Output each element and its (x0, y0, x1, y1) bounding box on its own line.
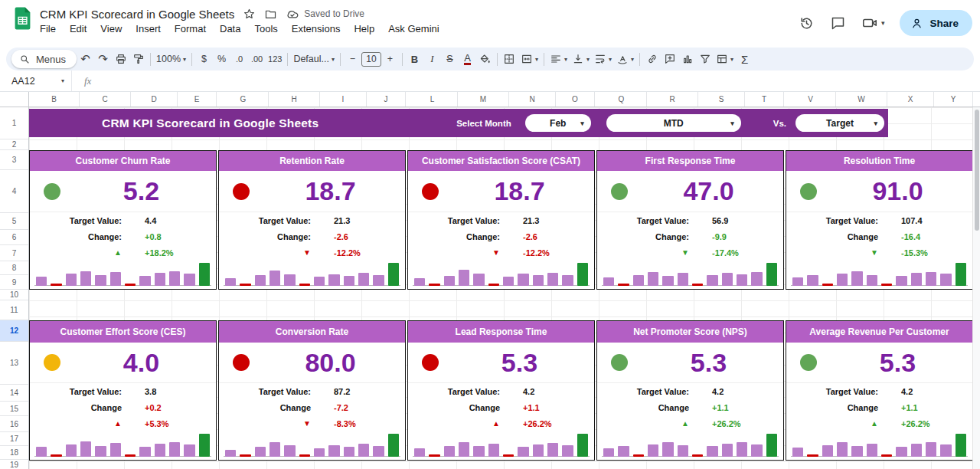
menu-data[interactable]: Data (214, 21, 247, 36)
menus-search-button[interactable]: Menus (11, 50, 77, 68)
kpi-card[interactable]: Customer Effort Score (CES)4.0Target Val… (29, 320, 217, 461)
row-header-8[interactable]: 8 (0, 261, 28, 275)
font-select[interactable]: Defaul... ▾ (291, 50, 337, 68)
italic-button[interactable]: I (423, 50, 441, 68)
row-header-12[interactable]: 12 (0, 320, 28, 342)
kpi-card[interactable]: Resolution Time91.0Target Value:107.4Cha… (786, 150, 973, 290)
doc-title[interactable]: CRM KPI Scorecard in Google Sheets (40, 8, 234, 21)
format-percent-button[interactable]: % (213, 50, 230, 68)
column-header-Q[interactable]: Q (596, 92, 647, 107)
column-header-S[interactable]: S (698, 92, 745, 107)
name-box[interactable]: AA12 ▾ (0, 71, 72, 91)
strikethrough-button[interactable]: S (441, 50, 459, 68)
vertical-align-button[interactable]: ▾ (570, 50, 592, 68)
horizontal-align-button[interactable]: ▾ (547, 50, 570, 68)
row-header-14[interactable]: 14 (0, 385, 28, 402)
column-header-B[interactable]: B (29, 92, 80, 107)
bold-button[interactable]: B (406, 50, 423, 68)
row-header-19[interactable]: 19 (0, 460, 28, 469)
scrollbar-thumb[interactable] (975, 110, 979, 231)
kpi-card[interactable]: Net Promoter Score (NPS)5.3Target Value:… (596, 320, 784, 461)
meet-button[interactable]: ▾ (861, 15, 885, 31)
row-header-2[interactable]: 2 (0, 139, 28, 150)
vertical-scrollbar[interactable] (972, 107, 980, 469)
move-folder-icon[interactable] (264, 8, 277, 21)
column-header-C[interactable]: C (80, 92, 131, 107)
print-button[interactable] (112, 50, 129, 68)
column-header-Y[interactable]: Y (934, 92, 973, 107)
font-size-input[interactable]: 10 (361, 52, 381, 67)
star-icon[interactable] (243, 8, 256, 21)
menu-file[interactable]: File (34, 21, 62, 36)
row-header-9[interactable]: 9 (0, 275, 28, 290)
menu-extensions[interactable]: Extensions (286, 21, 347, 36)
menu-ask-gemini[interactable]: Ask Gemini (382, 21, 445, 36)
chevron-down-icon[interactable]: ▾ (881, 19, 885, 27)
increase-decimal-button[interactable]: .00 (248, 50, 266, 68)
menu-format[interactable]: Format (168, 21, 212, 36)
column-header-E[interactable]: E (178, 92, 217, 107)
decrease-decimal-button[interactable]: .0 (230, 50, 248, 68)
zoom-select[interactable]: 100% ▾ (154, 50, 188, 68)
row-header-15[interactable]: 15 (0, 402, 28, 416)
row-header-17[interactable]: 17 (0, 432, 28, 446)
text-rotation-button[interactable]: ▾ (614, 50, 636, 68)
month-dropdown[interactable]: Feb ▾ (525, 114, 591, 132)
kpi-card[interactable]: Lead Response Time5.3Target Value:4.2Cha… (407, 320, 595, 461)
column-header-J[interactable]: J (367, 92, 406, 107)
sheets-logo-icon[interactable] (13, 6, 32, 34)
kpi-card[interactable]: Conversion Rate80.0Target Value:87.2Chan… (218, 320, 406, 461)
row-header-16[interactable]: 16 (0, 416, 28, 432)
column-header-O[interactable]: O (556, 92, 595, 107)
insert-link-button[interactable] (643, 50, 661, 68)
menu-tools[interactable]: Tools (248, 21, 283, 36)
table-views-button[interactable]: ▾ (714, 50, 736, 68)
decrease-font-button[interactable]: − (344, 50, 361, 68)
row-header-10[interactable]: 10 (0, 290, 28, 300)
row-header-18[interactable]: 18 (0, 446, 28, 460)
row-header-6[interactable]: 6 (0, 230, 28, 245)
comments-icon[interactable] (830, 15, 846, 31)
row-header-4[interactable]: 4 (0, 170, 28, 213)
text-color-button[interactable]: A (459, 50, 476, 68)
kpi-card[interactable]: Average Revenue Per Customer5.3Target Va… (786, 320, 973, 461)
kpi-card[interactable]: Retention Rate18.7Target Value:21.3Chang… (218, 150, 406, 290)
menu-insert[interactable]: Insert (129, 21, 167, 36)
column-header-D[interactable]: D (131, 92, 178, 107)
column-header-R[interactable]: R (647, 92, 698, 107)
menu-help[interactable]: Help (348, 21, 381, 36)
borders-button[interactable] (501, 50, 518, 68)
merge-cells-button[interactable]: ▾ (518, 50, 541, 68)
grid[interactable]: CRM KPI Scorecard in Google Sheets Selec… (29, 107, 980, 469)
fill-color-button[interactable] (476, 50, 494, 68)
column-header-N[interactable]: N (509, 92, 556, 107)
row-header-5[interactable]: 5 (0, 213, 28, 230)
column-header-M[interactable]: M (458, 92, 509, 107)
undo-button[interactable]: ↶ (77, 50, 94, 68)
row-header-3[interactable]: 3 (0, 150, 28, 170)
functions-button[interactable]: Σ (736, 50, 753, 68)
kpi-card[interactable]: Customer Churn Rate5.2Target Value:4.4Ch… (29, 150, 217, 290)
row-header-11[interactable]: 11 (0, 300, 28, 320)
kpi-card[interactable]: Customer Satisfaction Score (CSAT)18.7Ta… (407, 150, 595, 290)
paint-format-button[interactable] (129, 50, 147, 68)
formula-input[interactable] (102, 71, 980, 91)
version-history-icon[interactable] (799, 15, 815, 31)
column-header-G[interactable]: G (218, 92, 269, 107)
share-button[interactable]: Share (900, 10, 972, 36)
column-header-I[interactable]: I (320, 92, 367, 107)
redo-button[interactable]: ↷ (94, 50, 112, 68)
row-header-7[interactable]: 7 (0, 245, 28, 261)
period-dropdown[interactable]: MTD ▾ (606, 114, 741, 132)
kpi-card[interactable]: First Response Time47.0Target Value:56.9… (596, 150, 784, 290)
column-header-H[interactable]: H (269, 92, 320, 107)
more-formats-button[interactable]: 123 (266, 50, 284, 68)
column-header-T[interactable]: T (745, 92, 784, 107)
menu-view[interactable]: View (94, 21, 128, 36)
column-header-X[interactable]: X (887, 92, 934, 107)
text-wrap-button[interactable]: ▾ (592, 50, 614, 68)
column-header-W[interactable]: W (836, 92, 887, 107)
increase-font-button[interactable]: + (381, 50, 399, 68)
row-header-13[interactable]: 13 (0, 342, 28, 385)
format-currency-button[interactable]: $ (195, 50, 213, 68)
